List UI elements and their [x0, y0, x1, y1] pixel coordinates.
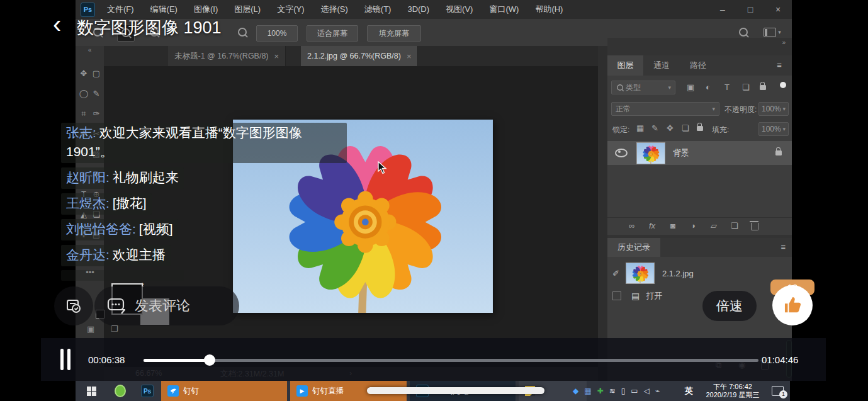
seek-handle[interactable] — [204, 354, 215, 366]
adjustment-layer-icon[interactable]: ◑ — [690, 221, 696, 231]
lock-artboard-icon[interactable]: ❏ — [682, 123, 689, 133]
post-comment-button[interactable]: 发表评论 — [94, 286, 239, 325]
taskbar-browser-button[interactable] — [108, 381, 132, 401]
filter-toggle-icon[interactable] — [780, 82, 786, 88]
tab-paths[interactable]: 路径 — [680, 55, 716, 76]
hardware-tray-icon[interactable]: ▭ — [631, 381, 638, 401]
history-step-checkbox[interactable] — [612, 291, 621, 300]
blend-mode-select[interactable]: 正常 ▾ — [611, 102, 719, 116]
close-button[interactable]: × — [764, 0, 792, 19]
fill-select[interactable]: 100% ▾ — [758, 122, 789, 136]
dock-collapse-icon[interactable]: » — [782, 39, 786, 46]
filter-kind-image-icon[interactable]: ▣ — [687, 82, 694, 93]
app-grid-tray-icon[interactable]: ▦ — [584, 381, 591, 401]
layer-thumbnail[interactable] — [636, 142, 665, 164]
minimize-button[interactable]: – — [709, 0, 736, 19]
tab-channels[interactable]: 通道 — [643, 55, 680, 76]
tab-212-jpg[interactable]: 2.1.2.jpg @ 66.7%(RGB/8) × — [301, 46, 418, 66]
tab-close-icon[interactable]: × — [407, 52, 412, 61]
back-chevron-icon[interactable]: ‹ — [53, 11, 61, 37]
menu-item-type[interactable]: 文字(Y) — [269, 0, 312, 19]
chat-username[interactable]: 金丹达: — [66, 247, 110, 262]
layer-row-background[interactable]: 背景 — [607, 141, 792, 165]
history-snapshot-row[interactable]: ✐ 2.1.2.jpg — [607, 262, 792, 285]
fill-screen-button[interactable]: 填充屏幕 — [367, 25, 421, 42]
lock-pixels-icon[interactable]: ✎ — [651, 123, 658, 133]
taskbar-dingtalk-button[interactable]: 钉钉 — [161, 381, 287, 401]
tool-marquee-icon[interactable]: ▢ — [91, 67, 102, 80]
toolbox-collapse-icon[interactable]: « — [76, 46, 104, 55]
sign-in-button[interactable] — [54, 286, 93, 325]
fit-screen-button[interactable]: 适合屏幕 — [307, 25, 358, 42]
history-brush-source-icon[interactable]: ✐ — [612, 269, 619, 278]
restore-button[interactable]: □ — [736, 0, 764, 19]
taskbar-clock[interactable]: 下午 7:06:42 2020/2/19 星期三 — [697, 383, 768, 399]
layer-filter-select[interactable]: 类型 ▾ — [611, 81, 675, 94]
tab-layers[interactable]: 图层 — [607, 55, 643, 76]
volume-icon[interactable]: ◁ — [644, 381, 650, 401]
thumbs-up-icon — [782, 295, 803, 316]
action-center-icon[interactable]: 1 — [772, 386, 784, 396]
layer-name[interactable]: 背景 — [673, 147, 689, 159]
chat-text: [撒花] — [113, 196, 147, 210]
screen-mode-icon[interactable]: ❐ — [111, 324, 118, 334]
menu-item-window[interactable]: 窗口(W) — [481, 0, 527, 19]
zoom-scrubby-icon[interactable] — [234, 24, 251, 40]
filter-kind-shape-icon[interactable]: ❏ — [742, 82, 750, 93]
ime-indicator[interactable]: 英 — [679, 381, 697, 401]
menu-item-3d[interactable]: 3D(D) — [399, 0, 437, 19]
chat-username[interactable]: 赵昕阳: — [66, 170, 110, 184]
pause-button[interactable] — [59, 349, 72, 370]
menu-item-layer[interactable]: 图层(L) — [226, 0, 269, 19]
lock-transparent-icon[interactable]: ▦ — [636, 123, 644, 133]
tab-untitled-1[interactable]: 未标题-1 @ 16.7%(RGB/8) × — [168, 46, 286, 66]
tool-quick-select-icon[interactable]: ✎ — [91, 88, 102, 100]
filter-kind-type-icon[interactable]: T — [724, 82, 730, 93]
chat-username[interactable]: 王煜杰: — [66, 196, 110, 210]
dingtalk-tray-icon[interactable]: ◆ — [573, 381, 578, 401]
chat-username[interactable]: 刘恺怡爸爸: — [66, 222, 136, 236]
filter-kind-adjustment-icon[interactable]: ◐ — [706, 82, 711, 93]
start-button[interactable] — [81, 381, 104, 401]
delete-layer-icon[interactable] — [751, 223, 758, 230]
home-indicator[interactable] — [367, 387, 544, 394]
usb-device-icon[interactable]: ▯ — [621, 381, 626, 401]
taskbar-photoshop-button[interactable]: Ps — [135, 381, 159, 401]
layer-mask-icon[interactable]: ◙ — [670, 221, 675, 231]
menu-item-help[interactable]: 帮助(H) — [527, 0, 571, 19]
security-shield-tray-icon[interactable]: ✚ — [597, 381, 604, 401]
tab-close-icon[interactable]: × — [274, 52, 279, 61]
system-tray: ◆ ▦ ✚ ≋ ▯ ▭ ◁ ⌁ — [573, 381, 660, 401]
tool-lasso-icon[interactable]: ◯ — [78, 88, 89, 100]
taskbar-item-label: 钉钉直播 — [312, 386, 344, 397]
zoom-value-button[interactable]: 100% — [256, 25, 298, 42]
filter-kind-smartobject-icon[interactable] — [760, 85, 766, 90]
like-button[interactable] — [772, 285, 813, 325]
seek-bar[interactable] — [144, 359, 758, 362]
menu-item-filter[interactable]: 滤镜(T) — [356, 0, 400, 19]
chat-username[interactable]: 张志: — [66, 125, 96, 140]
opacity-select[interactable]: 100% ▾ — [758, 102, 789, 116]
layer-style-fx-icon[interactable]: fx — [649, 221, 655, 231]
layer-visibility-eye-icon[interactable] — [615, 149, 628, 157]
tab-history[interactable]: 历史记录 — [607, 238, 660, 257]
history-snapshot-thumbnail[interactable] — [626, 263, 655, 284]
lock-position-icon[interactable]: ✥ — [667, 123, 674, 133]
panel-menu-icon[interactable]: ≡ — [781, 238, 786, 257]
network-signal-icon[interactable]: ≋ — [609, 381, 616, 401]
lock-all-icon[interactable] — [697, 126, 703, 131]
photoshop-logo: Ps — [81, 3, 95, 17]
menu-item-view[interactable]: 视图(V) — [437, 0, 481, 19]
pin-tray-icon[interactable]: ⌁ — [655, 381, 660, 401]
menu-item-select[interactable]: 选择(S) — [312, 0, 356, 19]
layer-group-icon[interactable]: ▱ — [711, 221, 717, 231]
tool-eyedropper-icon[interactable]: ✑ — [91, 108, 102, 120]
history-step-open-row[interactable]: ▤ 打开 — [607, 287, 792, 305]
playback-speed-button[interactable]: 倍速 — [702, 291, 757, 321]
tool-crop-icon[interactable]: ⌗ — [78, 108, 89, 120]
tool-move-icon[interactable]: ✥ — [78, 67, 89, 80]
new-layer-icon[interactable]: ❏ — [731, 221, 738, 231]
quick-mask-icon[interactable]: ▣ — [87, 324, 94, 334]
link-layers-icon[interactable]: ∞ — [629, 221, 634, 231]
panel-menu-icon[interactable]: ≡ — [772, 55, 787, 76]
